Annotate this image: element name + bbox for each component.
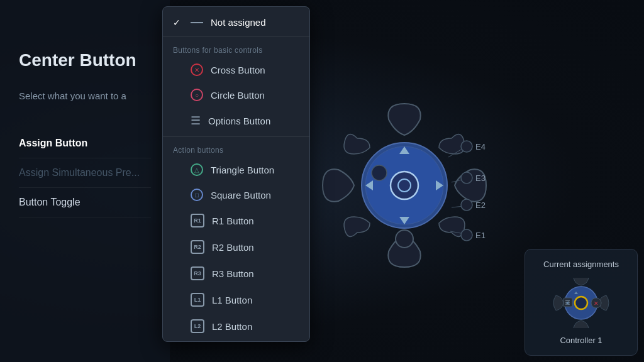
assignments-title: Current assignments: [535, 260, 627, 269]
triangle-icon: △: [191, 163, 203, 176]
svg-point-20: [461, 229, 472, 241]
svg-point-8: [372, 165, 387, 180]
dropdown-item-l1[interactable]: L1 L1 Button: [163, 287, 309, 313]
l2-badge: L2: [191, 319, 204, 333]
left-panel: Center Button Select what you want to a …: [0, 0, 170, 362]
menu-item-button-toggle[interactable]: Button Toggle: [19, 188, 151, 217]
assignment-dropdown: ✓ Not assigned Buttons for basic control…: [162, 6, 310, 342]
mini-controller-view: ✕: [535, 278, 627, 328]
controller-diagram: E4 E3 E2 E1: [313, 94, 496, 277]
svg-point-14: [461, 172, 472, 184]
svg-text:E1: E1: [475, 231, 486, 240]
dropdown-item-r3[interactable]: R3 R3 Button: [163, 260, 309, 287]
dropdown-item-l2[interactable]: L2 L2 Button: [163, 313, 309, 337]
divider-2: [163, 136, 309, 137]
svg-text:E2: E2: [475, 200, 486, 210]
menu-item-assign-button[interactable]: Assign Button: [19, 129, 151, 158]
controller-label: Controller 1: [535, 336, 627, 345]
circle-icon: ○: [191, 89, 203, 101]
page-title: Center Button: [19, 50, 151, 70]
divider-1: [163, 36, 309, 37]
svg-point-11: [461, 141, 472, 152]
mini-controller-svg: ✕: [537, 278, 625, 328]
dropdown-item-r2[interactable]: R2 R2 Button: [163, 234, 309, 260]
dropdown-item-square[interactable]: □ Square Button: [163, 182, 309, 207]
square-icon: □: [191, 189, 203, 201]
r1-badge: R1: [191, 214, 204, 228]
dropdown-item-circle[interactable]: ○ Circle Button: [163, 82, 309, 107]
dropdown-item-triangle[interactable]: △ Triangle Button: [163, 157, 309, 182]
section-label-action: Action buttons: [163, 140, 309, 157]
svg-point-17: [461, 199, 472, 211]
svg-text:✕: ✕: [594, 300, 599, 307]
r3-badge: R3: [191, 266, 204, 280]
dropdown-item-cross[interactable]: ✕ Cross Button: [163, 57, 309, 82]
cross-icon: ✕: [191, 63, 203, 76]
svg-text:E3: E3: [475, 173, 486, 183]
options-icon: ☰: [191, 114, 201, 128]
section-label-basic: Buttons for basic controls: [163, 40, 309, 57]
dropdown-item-options[interactable]: ☰ Options Button: [163, 107, 309, 134]
l1-badge: L1: [191, 293, 204, 307]
dash-icon: [191, 22, 203, 23]
r2-badge: R2: [191, 240, 204, 254]
menu-item-assign-simultaneous: Assign Simultaneous Pre...: [19, 158, 151, 188]
assignments-panel: Current assignments ✕: [525, 249, 638, 356]
svg-point-9: [396, 230, 413, 248]
svg-point-23: [575, 297, 587, 309]
svg-point-2: [391, 172, 418, 199]
dropdown-scroll[interactable]: ✓ Not assigned Buttons for basic control…: [163, 11, 309, 337]
dropdown-item-not-assigned[interactable]: ✓ Not assigned: [163, 11, 309, 34]
svg-text:E4: E4: [475, 142, 486, 151]
checkmark-icon: ✓: [173, 18, 183, 28]
select-hint: Select what you want to a: [19, 89, 151, 104]
controller-svg: E4 E3 E2 E1: [313, 94, 496, 277]
dropdown-item-r1[interactable]: R1 R1 Button: [163, 207, 309, 234]
